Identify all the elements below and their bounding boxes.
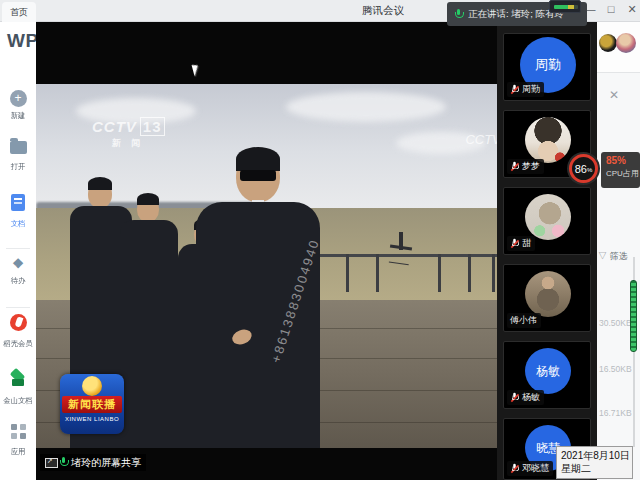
sidebar-divider: [6, 248, 30, 249]
sidebar-divider: [6, 307, 30, 308]
participant-name: 杨敏: [522, 391, 540, 404]
participant-tile[interactable]: 傅小伟: [503, 264, 591, 332]
participant-name: 甜: [522, 237, 531, 250]
sidebar-item-new[interactable]: + 新建: [0, 88, 36, 121]
window-controls: — □ ✕: [584, 3, 638, 16]
docer-member-icon: [10, 314, 27, 331]
sidebar-item-ksdoc[interactable]: 金山文档: [0, 370, 36, 406]
avatar: [599, 34, 617, 52]
cctv13-logo: CCTV13 新 闻: [92, 118, 165, 150]
file-size: 16.50KB: [599, 364, 632, 374]
file-size: 16.71KB: [599, 408, 632, 418]
microphone-icon: [59, 457, 68, 468]
sidebar-item-apps[interactable]: 应用: [0, 424, 36, 457]
muted-mic-icon: [511, 85, 519, 94]
wps-home-tab[interactable]: 首页: [2, 2, 36, 22]
screen-share-badge: 堵玲的屏幕共享: [40, 454, 146, 471]
date-tooltip: 2021年8月10日 星期二: [556, 446, 633, 479]
sidebar-item-docer[interactable]: 稻壳会员: [0, 314, 36, 349]
globe-icon: [82, 376, 102, 396]
muted-mic-icon: [511, 464, 519, 473]
avatar: 杨敏: [525, 348, 571, 394]
avatar: [525, 194, 571, 240]
wps-logo: WP: [7, 30, 39, 52]
participant-name: 邓晓慧: [522, 462, 549, 475]
sidebar-item-docs[interactable]: 文档: [0, 194, 36, 229]
document-icon: [11, 194, 25, 211]
background-file-panel: ✕ ▽ 筛选 30.50KB 16.50KB 16.71KB KB: [597, 22, 640, 480]
scrollbar-thumb[interactable]: [630, 280, 637, 352]
avatar: [525, 271, 571, 317]
apps-grid-icon: [11, 424, 26, 439]
microphone-icon: [454, 9, 463, 20]
plus-circle-icon: +: [10, 90, 27, 107]
folder-icon: [10, 141, 27, 154]
sidebar-item-todo[interactable]: ❖ 待办: [0, 254, 36, 286]
avatar: [525, 117, 571, 163]
participant-name: 周勤: [522, 83, 540, 96]
wps-sidebar: WP + 新建 打开 文档 ❖ 待办 稻壳会员 金山文档 应用: [0, 22, 36, 480]
file-size: 30.50KB: [599, 318, 632, 328]
shared-screen-video: CCTV13 新 闻 高清 CCTV.com +8613883004940 新闻…: [36, 22, 497, 480]
ksdoc-icon: [9, 370, 27, 388]
participant-tile[interactable]: 周勤 周勤: [503, 33, 591, 101]
camera-tripod: [388, 232, 414, 284]
muted-mic-icon: [511, 239, 519, 248]
sidebar-item-open[interactable]: 打开: [0, 138, 36, 172]
cpu-usage-badge[interactable]: 86%: [569, 154, 598, 183]
network-signal-indicator: [549, 0, 581, 13]
participant-tile[interactable]: 甜: [503, 187, 591, 255]
participant-tile[interactable]: 杨敏 杨敏: [503, 341, 591, 409]
todo-check-icon: ❖: [10, 256, 26, 272]
close-button[interactable]: ✕: [626, 3, 638, 16]
muted-mic-icon: [511, 162, 519, 171]
filter-control[interactable]: ▽ 筛选: [598, 250, 628, 263]
participant-name: 傅小伟: [510, 314, 537, 327]
cpu-usage-tooltip: 85% CPU占用: [601, 152, 640, 188]
avatar: [616, 33, 636, 53]
desktop: 首页 腾讯会议 — □ ✕ 正在讲话: 堵玲; 陈有玲 WP + 新建 打开 文…: [0, 0, 640, 480]
participants-rail[interactable]: 周勤 周勤 梦梦 甜 傅小伟 杨敏 杨敏 晓慧 邓晓慧: [497, 22, 597, 480]
screen-share-icon: [45, 458, 56, 468]
maximize-button[interactable]: □: [605, 3, 617, 16]
cctv-watermark: 高清 CCTV.com: [436, 114, 497, 147]
window-title: 腾讯会议: [340, 4, 426, 18]
close-icon[interactable]: ✕: [609, 88, 619, 102]
xinwen-lianbo-logo: 新闻联播 XINWEN LIANBO: [60, 374, 124, 434]
mouse-cursor: [192, 63, 201, 76]
participant-name: 梦梦: [522, 160, 540, 173]
muted-mic-icon: [511, 393, 519, 402]
